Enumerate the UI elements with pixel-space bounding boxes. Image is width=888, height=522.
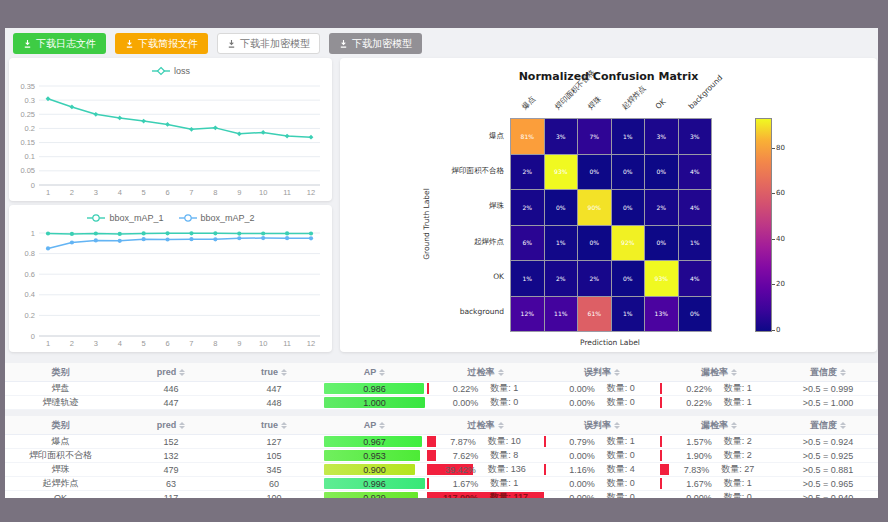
- confusion-matrix-title: Normalized Confusion Matrix: [340, 70, 877, 83]
- header-label: AP: [364, 367, 377, 377]
- rate-text: 7.62%数量: 8: [453, 449, 519, 462]
- download-log-button[interactable]: 下载日志文件: [13, 33, 106, 54]
- table-header-cell-置信度[interactable]: 置信度: [778, 363, 878, 381]
- rate-text: 0.00%数量: 0: [569, 477, 635, 490]
- table-header-cell-true[interactable]: true: [226, 363, 322, 381]
- rate-value: 39.42%: [445, 465, 476, 475]
- count-value: 数量: 0: [607, 477, 635, 490]
- data-point: [189, 127, 194, 132]
- sort-icon[interactable]: [281, 369, 287, 376]
- sort-icon[interactable]: [731, 422, 737, 429]
- matrix-cell: 61%: [578, 297, 611, 332]
- sort-icon[interactable]: [840, 369, 846, 376]
- ap-cell: 0.986: [322, 382, 427, 395]
- header-label: true: [261, 420, 278, 430]
- table-header-cell-pred[interactable]: pred: [116, 363, 226, 381]
- sort-icon[interactable]: [379, 422, 385, 429]
- header-label: 漏检率: [701, 366, 728, 379]
- sort-icon[interactable]: [731, 369, 737, 376]
- data-point: [70, 232, 74, 236]
- rate-value: 0.00%: [569, 479, 595, 489]
- table-row: OK1171000.929117.00%数量: 1170.00%数量: 00.0…: [5, 491, 878, 498]
- rate-text: 0.00%数量: 0: [569, 396, 635, 409]
- category-cell: 焊珠: [5, 463, 116, 476]
- table-header-cell-AP[interactable]: AP: [322, 363, 427, 381]
- misjudge-rate-bar: [544, 436, 546, 447]
- download-unencrypted-model-button[interactable]: 下载非加密模型: [217, 33, 320, 54]
- data-point: [285, 231, 289, 235]
- colorbar: [755, 118, 772, 332]
- rate-text: 0.00%数量: 0: [569, 382, 635, 395]
- colorbar-tick: [772, 330, 775, 331]
- results-tables: 类别predtrueAP过检率误判率漏检率置信度焊盘4464470.9860.2…: [5, 363, 878, 498]
- table-header-cell-漏检率[interactable]: 漏检率: [660, 363, 778, 381]
- sort-icon[interactable]: [498, 422, 504, 429]
- data-point: [70, 240, 74, 244]
- table-header-cell-过检率[interactable]: 过检率: [427, 363, 544, 381]
- table-header-cell-误判率[interactable]: 误判率: [544, 416, 660, 434]
- data-point: [285, 134, 290, 139]
- chart-legend: loss: [9, 58, 332, 80]
- rate-value: 0.22%: [686, 384, 712, 394]
- colorbar-tick-label: 60: [776, 189, 785, 197]
- rate-value: 0.00%: [569, 493, 595, 499]
- table-header-cell-漏检率[interactable]: 漏检率: [660, 416, 778, 434]
- sort-icon[interactable]: [179, 422, 185, 429]
- colorbar-tick: [772, 148, 775, 149]
- rate-value: 7.87%: [450, 437, 476, 447]
- svg-text:0.15: 0.15: [20, 138, 35, 147]
- matrix-cell: 0%: [645, 155, 678, 190]
- table-header-cell-过检率[interactable]: 过检率: [427, 416, 544, 434]
- legend-item-bbox_mAP_1[interactable]: bbox_mAP_1: [86, 213, 163, 223]
- colorbar-tick: [772, 284, 775, 285]
- overdetect-rate-bar: [427, 436, 436, 447]
- sort-icon[interactable]: [179, 369, 185, 376]
- matrix-row-label: 焊印面积不合格: [344, 166, 504, 176]
- sort-icon[interactable]: [614, 422, 620, 429]
- rate-text: 1.16%数量: 4: [569, 463, 635, 476]
- confidence-cell: >0.5 = 0.965: [778, 477, 878, 490]
- sort-icon[interactable]: [840, 422, 846, 429]
- true-cell: 100: [226, 491, 322, 498]
- sort-icon[interactable]: [379, 369, 385, 376]
- data-point: [237, 131, 242, 136]
- count-value: 数量: 0: [607, 449, 635, 462]
- pred-cell: 63: [116, 477, 226, 490]
- svg-text:1: 1: [46, 188, 50, 197]
- pred-cell: 479: [116, 463, 226, 476]
- data-point: [142, 231, 146, 235]
- count-value: 数量: 1: [607, 435, 635, 448]
- table-header-cell-置信度[interactable]: 置信度: [778, 416, 878, 434]
- sort-icon[interactable]: [498, 369, 504, 376]
- legend-item-loss[interactable]: loss: [151, 66, 190, 76]
- rate-text: 0.22%数量: 1: [686, 382, 752, 395]
- gridlines: 00.050.10.150.20.250.30.35: [20, 82, 320, 190]
- table-header-cell-AP[interactable]: AP: [322, 416, 427, 434]
- legend-item-bbox_mAP_2[interactable]: bbox_mAP_2: [178, 213, 255, 223]
- count-value: 数量: 1: [724, 396, 752, 409]
- download-report-button[interactable]: 下载简报文件: [115, 33, 208, 54]
- sort-icon[interactable]: [281, 422, 287, 429]
- download-encrypted-model-button[interactable]: 下载加密模型: [329, 33, 422, 54]
- overdetect-cell: 7.62%数量: 8: [427, 449, 544, 462]
- count-value: 数量: 1: [724, 382, 752, 395]
- table-header-cell-pred[interactable]: pred: [116, 416, 226, 434]
- rate-value: 1.57%: [686, 437, 712, 447]
- header-label: 置信度: [810, 366, 837, 379]
- count-value: 数量: 27: [721, 463, 754, 476]
- rate-text: 1.90%数量: 2: [686, 449, 752, 462]
- data-point: [94, 238, 98, 242]
- matrix-cell: 1%: [612, 297, 645, 332]
- svg-text:8: 8: [213, 188, 217, 197]
- sort-icon[interactable]: [614, 369, 620, 376]
- svg-text:0.25: 0.25: [20, 110, 35, 119]
- header-label: 过检率: [468, 419, 495, 432]
- matrix-cell: 7%: [578, 119, 611, 154]
- table-row: 焊珠4793450.90039.42%数量: 1361.16%数量: 47.83…: [5, 463, 878, 477]
- svg-text:8: 8: [213, 339, 217, 348]
- rate-text: 0.00%数量: 0: [453, 396, 519, 409]
- table-header-cell-true[interactable]: true: [226, 416, 322, 434]
- count-value: 数量: 136: [488, 463, 526, 476]
- table-header-cell-误判率[interactable]: 误判率: [544, 363, 660, 381]
- matrix-row-label: background: [344, 307, 504, 316]
